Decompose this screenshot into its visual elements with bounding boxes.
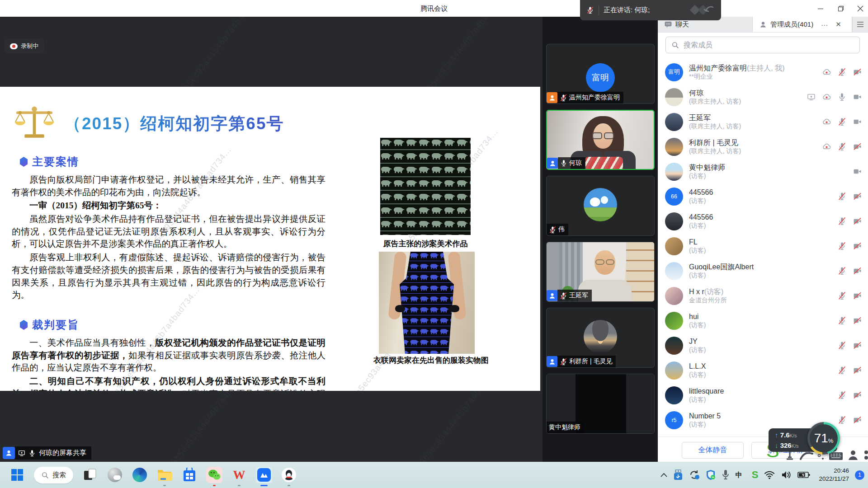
dress-photo-image <box>379 252 475 354</box>
wechat-icon[interactable] <box>206 467 222 483</box>
green-s-tray-icon[interactable]: S <box>752 469 759 481</box>
close-panel-icon[interactable]: ✕ <box>835 20 841 28</box>
member-row[interactable]: FL (访客) <box>658 234 868 258</box>
start-button[interactable] <box>9 467 25 483</box>
cam-off-icon[interactable] <box>853 142 862 151</box>
cam-on-icon[interactable] <box>853 117 862 126</box>
member-row[interactable]: hui (访客) <box>658 308 868 333</box>
member-row[interactable]: GuoqiLee国旗Albert (访客) <box>658 258 868 283</box>
mic-off-icon[interactable] <box>838 316 846 325</box>
member-row[interactable]: 445566 (访客) <box>658 209 868 234</box>
member-row[interactable]: littlesquare (访客) <box>658 383 868 408</box>
minimize-button[interactable] <box>814 3 827 14</box>
notification-count-badge[interactable]: 1 <box>855 470 864 480</box>
member-row[interactable]: H x r(访客) 金道台州分所 <box>658 283 868 308</box>
search-members-box[interactable] <box>665 37 860 53</box>
wps-icon[interactable]: W <box>231 467 247 483</box>
mic-off-icon[interactable] <box>838 217 846 225</box>
mic-off-icon[interactable] <box>838 142 846 151</box>
battery-tray-icon[interactable] <box>797 471 810 479</box>
member-row[interactable]: 王延军 (联席主持人, 访客) <box>658 109 868 134</box>
mic-on-icon[interactable] <box>838 93 846 101</box>
video-tile[interactable]: 伟 <box>546 176 655 236</box>
person-icon[interactable] <box>847 449 859 461</box>
taskbar-search[interactable]: 搜索 <box>34 467 73 483</box>
member-row[interactable]: L.L.X (访客) <box>658 358 868 383</box>
performance-gauge: 71% <box>807 422 840 455</box>
more-options-icon[interactable]: ··· <box>821 21 828 28</box>
video-tile[interactable]: 王延军 <box>546 242 655 302</box>
volume-tray-icon[interactable] <box>781 470 792 479</box>
mic-off-icon[interactable] <box>838 68 846 76</box>
cam-off-icon[interactable] <box>853 416 862 424</box>
member-role: (访客) <box>689 247 706 255</box>
member-name: littlesquare <box>689 387 724 396</box>
mic-icon <box>28 450 36 457</box>
cohost-badge-icon <box>547 290 557 301</box>
recording-badge[interactable]: 录制中 <box>5 39 44 53</box>
cloud-icon[interactable] <box>822 117 831 126</box>
cam-off-icon[interactable] <box>853 341 862 350</box>
video-tile[interactable]: 富明 温州知产委徐富明 <box>546 44 655 104</box>
cloud-icon[interactable] <box>822 93 831 101</box>
member-row[interactable]: JY (访客) <box>658 333 868 358</box>
tab-manage-members[interactable]: 管理成员(401) ··· ✕ <box>753 17 852 32</box>
mic-off-icon[interactable] <box>838 192 846 201</box>
file-explorer-icon[interactable] <box>156 467 173 483</box>
sync-tray-icon[interactable] <box>689 469 700 480</box>
video-tile[interactable]: 利群所 | 毛灵见 <box>546 308 655 368</box>
member-row[interactable]: 富明 温州知产委徐富明(主持人, 我) **明企业 <box>658 60 868 84</box>
cam-off-icon[interactable] <box>853 192 862 201</box>
cam-off-icon[interactable] <box>853 391 862 399</box>
cam-off-icon[interactable] <box>853 291 862 300</box>
cam-off-icon[interactable] <box>853 217 862 225</box>
wifi-tray-icon[interactable] <box>764 470 775 479</box>
tray-expand-chevron-icon[interactable] <box>660 473 667 477</box>
mute-all-button[interactable]: 全体静音 <box>682 442 744 459</box>
cam-off-icon[interactable] <box>853 267 862 275</box>
grid-icon[interactable] <box>863 449 868 461</box>
tencent-meeting-icon[interactable] <box>256 467 272 483</box>
task-view-icon[interactable] <box>82 467 98 483</box>
microphone-tray-icon[interactable] <box>722 469 730 480</box>
mic-off-icon[interactable] <box>838 117 846 126</box>
widgets-orb-icon[interactable] <box>107 467 123 483</box>
video-tile[interactable]: 黄中魁律师 <box>546 374 655 434</box>
member-status-icons <box>822 117 862 126</box>
share-icon[interactable] <box>807 93 816 101</box>
cam-on-icon[interactable] <box>853 93 862 101</box>
security-shield-tray-icon[interactable] <box>706 469 716 480</box>
cam-on-icon[interactable] <box>853 167 862 176</box>
usb-tray-icon[interactable] <box>673 469 683 480</box>
close-button[interactable] <box>854 3 867 14</box>
edge-browser-icon[interactable] <box>132 467 148 483</box>
avatar <box>665 337 683 355</box>
cam-off-icon[interactable] <box>853 68 862 76</box>
restore-button[interactable] <box>834 3 848 14</box>
member-row[interactable]: 黄中魁律师 (访客) <box>658 159 868 184</box>
video-thumbnail-column: 富明 温州知产委徐富明 何琼 伟 王延军 利群所 | 毛灵见 黄中魁律师 <box>542 17 658 462</box>
search-members-input[interactable] <box>683 41 854 50</box>
mic-off-icon[interactable] <box>838 341 846 350</box>
mic-off-icon[interactable] <box>838 416 846 424</box>
member-row[interactable]: 利群所 | 毛灵见 (联席主持人, 访客) <box>658 134 868 159</box>
collapse-panel-icon[interactable] <box>852 17 868 32</box>
cloud-icon[interactable] <box>822 142 831 151</box>
mic-off-icon[interactable] <box>838 242 846 250</box>
member-row[interactable]: 何琼 (联席主持人, 访客) <box>658 84 868 109</box>
mic-off-icon[interactable] <box>838 291 846 300</box>
video-tile-active-speaker[interactable]: 何琼 <box>546 110 655 170</box>
member-row[interactable]: 66 445566 (访客) <box>658 184 868 209</box>
cam-off-icon[interactable] <box>853 316 862 325</box>
clock[interactable]: 20:46 2022/11/27 <box>819 467 849 483</box>
mic-off-icon[interactable] <box>838 267 846 275</box>
mic-off-icon[interactable] <box>838 391 846 399</box>
mic-off-icon[interactable] <box>838 366 846 375</box>
qq-icon[interactable] <box>281 467 297 483</box>
cloud-icon[interactable] <box>822 68 831 76</box>
microsoft-store-icon[interactable] <box>181 467 198 483</box>
cam-off-icon[interactable] <box>853 242 862 250</box>
member-status-icons <box>838 242 862 250</box>
cam-off-icon[interactable] <box>853 366 862 375</box>
ime-indicator[interactable]: 中 <box>736 471 742 479</box>
